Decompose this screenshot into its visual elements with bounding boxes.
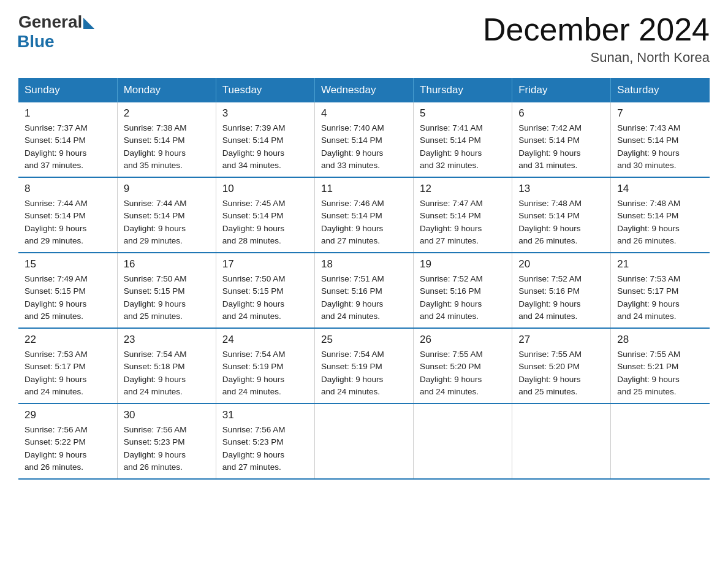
location: Sunan, North Korea xyxy=(483,50,710,66)
day-info: Sunrise: 7:45 AMSunset: 5:14 PMDaylight:… xyxy=(222,197,308,247)
day-info: Sunrise: 7:56 AMSunset: 5:22 PMDaylight:… xyxy=(25,424,111,473)
day-cell: 11Sunrise: 7:46 AMSunset: 5:14 PMDayligh… xyxy=(314,177,413,253)
day-info: Sunrise: 7:50 AMSunset: 5:15 PMDaylight:… xyxy=(124,273,210,323)
day-number: 3 xyxy=(222,107,308,120)
day-cell: 7Sunrise: 7:43 AMSunset: 5:14 PMDaylight… xyxy=(611,102,710,177)
day-number: 15 xyxy=(25,258,111,270)
day-cell: 3Sunrise: 7:39 AMSunset: 5:14 PMDaylight… xyxy=(216,102,314,177)
day-number: 30 xyxy=(124,409,210,421)
logo-arrow-icon xyxy=(83,18,94,29)
day-info: Sunrise: 7:53 AMSunset: 5:17 PMDaylight:… xyxy=(25,348,111,398)
day-cell: 6Sunrise: 7:42 AMSunset: 5:14 PMDaylight… xyxy=(512,102,611,177)
day-info: Sunrise: 7:48 AMSunset: 5:14 PMDaylight:… xyxy=(617,197,703,247)
day-cell: 9Sunrise: 7:44 AMSunset: 5:14 PMDaylight… xyxy=(117,177,216,253)
day-cell: 23Sunrise: 7:54 AMSunset: 5:18 PMDayligh… xyxy=(117,328,216,404)
day-info: Sunrise: 7:44 AMSunset: 5:14 PMDaylight:… xyxy=(25,197,111,247)
day-cell: 4Sunrise: 7:40 AMSunset: 5:14 PMDaylight… xyxy=(314,102,413,177)
day-info: Sunrise: 7:43 AMSunset: 5:14 PMDaylight:… xyxy=(617,122,703,172)
day-cell: 18Sunrise: 7:51 AMSunset: 5:16 PMDayligh… xyxy=(314,253,413,328)
day-info: Sunrise: 7:50 AMSunset: 5:15 PMDaylight:… xyxy=(222,273,308,323)
day-number: 5 xyxy=(420,107,506,120)
day-number: 24 xyxy=(222,334,308,346)
week-row-3: 15Sunrise: 7:49 AMSunset: 5:15 PMDayligh… xyxy=(18,253,710,328)
day-number: 4 xyxy=(321,107,407,120)
logo-general-text: General xyxy=(18,12,82,32)
day-cell: 28Sunrise: 7:55 AMSunset: 5:21 PMDayligh… xyxy=(611,328,710,404)
header-thursday: Thursday xyxy=(414,78,512,102)
header-saturday: Saturday xyxy=(611,78,710,102)
page-header: General Blue December 2024 Sunan, North … xyxy=(18,12,710,66)
day-number: 17 xyxy=(222,258,308,270)
header-sunday: Sunday xyxy=(18,78,117,102)
week-row-2: 8Sunrise: 7:44 AMSunset: 5:14 PMDaylight… xyxy=(18,177,710,253)
day-number: 21 xyxy=(617,258,703,270)
day-cell: 30Sunrise: 7:56 AMSunset: 5:23 PMDayligh… xyxy=(117,404,216,479)
day-cell: 2Sunrise: 7:38 AMSunset: 5:14 PMDaylight… xyxy=(117,102,216,177)
day-number: 23 xyxy=(124,334,210,346)
day-info: Sunrise: 7:55 AMSunset: 5:20 PMDaylight:… xyxy=(420,348,506,398)
day-cell: 15Sunrise: 7:49 AMSunset: 5:15 PMDayligh… xyxy=(18,253,117,328)
day-cell: 21Sunrise: 7:53 AMSunset: 5:17 PMDayligh… xyxy=(611,253,710,328)
day-cell: 10Sunrise: 7:45 AMSunset: 5:14 PMDayligh… xyxy=(216,177,314,253)
day-number: 20 xyxy=(518,258,604,270)
day-number: 6 xyxy=(518,107,604,120)
day-number: 11 xyxy=(321,183,407,195)
day-number: 14 xyxy=(617,183,703,195)
day-info: Sunrise: 7:40 AMSunset: 5:14 PMDaylight:… xyxy=(321,122,407,172)
day-cell: 22Sunrise: 7:53 AMSunset: 5:17 PMDayligh… xyxy=(18,328,117,404)
day-number: 19 xyxy=(420,258,506,270)
day-info: Sunrise: 7:56 AMSunset: 5:23 PMDaylight:… xyxy=(222,424,308,473)
day-cell xyxy=(314,404,413,479)
day-cell: 14Sunrise: 7:48 AMSunset: 5:14 PMDayligh… xyxy=(611,177,710,253)
day-number: 22 xyxy=(25,334,111,346)
day-cell: 27Sunrise: 7:55 AMSunset: 5:20 PMDayligh… xyxy=(512,328,611,404)
day-cell xyxy=(414,404,512,479)
day-number: 7 xyxy=(617,107,703,120)
day-cell xyxy=(512,404,611,479)
day-number: 26 xyxy=(420,334,506,346)
day-number: 16 xyxy=(124,258,210,270)
day-cell: 8Sunrise: 7:44 AMSunset: 5:14 PMDaylight… xyxy=(18,177,117,253)
day-cell: 26Sunrise: 7:55 AMSunset: 5:20 PMDayligh… xyxy=(414,328,512,404)
week-row-5: 29Sunrise: 7:56 AMSunset: 5:22 PMDayligh… xyxy=(18,404,710,479)
day-info: Sunrise: 7:51 AMSunset: 5:16 PMDaylight:… xyxy=(321,273,407,323)
day-cell: 12Sunrise: 7:47 AMSunset: 5:14 PMDayligh… xyxy=(414,177,512,253)
day-cell: 13Sunrise: 7:48 AMSunset: 5:14 PMDayligh… xyxy=(512,177,611,253)
day-cell: 5Sunrise: 7:41 AMSunset: 5:14 PMDaylight… xyxy=(414,102,512,177)
day-number: 2 xyxy=(124,107,210,120)
title-area: December 2024 Sunan, North Korea xyxy=(483,12,710,66)
header-tuesday: Tuesday xyxy=(216,78,314,102)
day-info: Sunrise: 7:53 AMSunset: 5:17 PMDaylight:… xyxy=(617,273,703,323)
day-cell: 25Sunrise: 7:54 AMSunset: 5:19 PMDayligh… xyxy=(314,328,413,404)
day-info: Sunrise: 7:54 AMSunset: 5:19 PMDaylight:… xyxy=(222,348,308,398)
day-info: Sunrise: 7:54 AMSunset: 5:18 PMDaylight:… xyxy=(124,348,210,398)
header-wednesday: Wednesday xyxy=(314,78,413,102)
header-monday: Monday xyxy=(117,78,216,102)
day-number: 25 xyxy=(321,334,407,346)
day-cell: 20Sunrise: 7:52 AMSunset: 5:16 PMDayligh… xyxy=(512,253,611,328)
day-number: 8 xyxy=(25,183,111,195)
day-cell xyxy=(611,404,710,479)
day-info: Sunrise: 7:48 AMSunset: 5:14 PMDaylight:… xyxy=(518,197,604,247)
day-number: 10 xyxy=(222,183,308,195)
day-number: 13 xyxy=(518,183,604,195)
logo: General Blue xyxy=(18,12,94,52)
week-row-1: 1Sunrise: 7:37 AMSunset: 5:14 PMDaylight… xyxy=(18,102,710,177)
day-info: Sunrise: 7:46 AMSunset: 5:14 PMDaylight:… xyxy=(321,197,407,247)
day-info: Sunrise: 7:42 AMSunset: 5:14 PMDaylight:… xyxy=(518,122,604,172)
day-info: Sunrise: 7:54 AMSunset: 5:19 PMDaylight:… xyxy=(321,348,407,398)
day-number: 18 xyxy=(321,258,407,270)
day-info: Sunrise: 7:41 AMSunset: 5:14 PMDaylight:… xyxy=(420,122,506,172)
day-info: Sunrise: 7:49 AMSunset: 5:15 PMDaylight:… xyxy=(25,273,111,323)
day-info: Sunrise: 7:55 AMSunset: 5:20 PMDaylight:… xyxy=(518,348,604,398)
day-info: Sunrise: 7:47 AMSunset: 5:14 PMDaylight:… xyxy=(420,197,506,247)
day-cell: 31Sunrise: 7:56 AMSunset: 5:23 PMDayligh… xyxy=(216,404,314,479)
day-number: 1 xyxy=(25,107,111,120)
day-info: Sunrise: 7:38 AMSunset: 5:14 PMDaylight:… xyxy=(124,122,210,172)
day-cell: 19Sunrise: 7:52 AMSunset: 5:16 PMDayligh… xyxy=(414,253,512,328)
day-info: Sunrise: 7:52 AMSunset: 5:16 PMDaylight:… xyxy=(518,273,604,323)
day-info: Sunrise: 7:44 AMSunset: 5:14 PMDaylight:… xyxy=(124,197,210,247)
day-info: Sunrise: 7:55 AMSunset: 5:21 PMDaylight:… xyxy=(617,348,703,398)
day-info: Sunrise: 7:39 AMSunset: 5:14 PMDaylight:… xyxy=(222,122,308,172)
calendar-table: SundayMondayTuesdayWednesdayThursdayFrid… xyxy=(18,78,710,480)
